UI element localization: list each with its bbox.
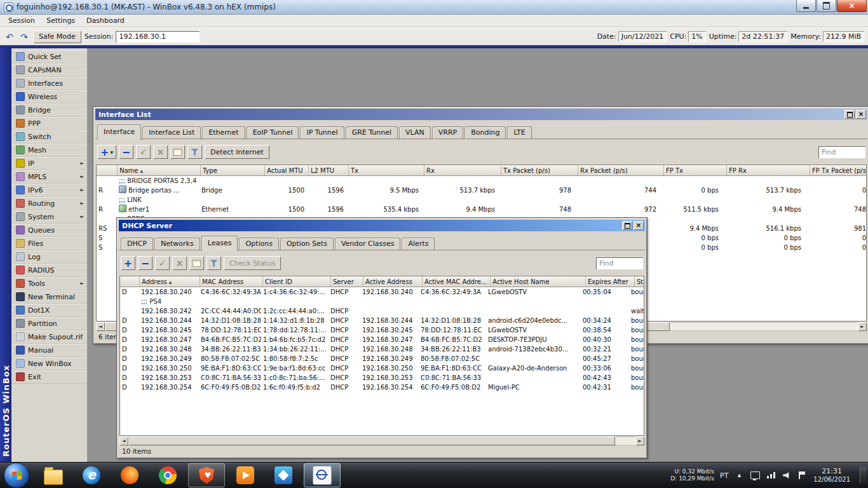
column-flags[interactable] xyxy=(120,276,140,287)
column-status[interactable]: Status xyxy=(635,276,644,287)
tab-ethernet[interactable]: Ethernet xyxy=(202,126,245,139)
start-button[interactable] xyxy=(4,463,29,488)
sidebar-item-manual[interactable]: Manual xyxy=(11,344,87,357)
comment-button[interactable] xyxy=(189,256,204,270)
volume-icon[interactable] xyxy=(782,470,792,480)
tab-dhcp[interactable]: DHCP xyxy=(121,238,153,250)
lease-row[interactable]: D 192.168.30.253 C0:8C:71:BA:56:33 1:c0:… xyxy=(120,373,644,383)
sidebar-item-ppp[interactable]: PPP xyxy=(11,117,87,130)
taskbar-edge-button[interactable] xyxy=(74,464,109,487)
column-type[interactable]: Type xyxy=(201,165,265,175)
filter-button[interactable] xyxy=(207,256,221,270)
tab-networks[interactable]: Networks xyxy=(154,238,200,250)
sidebar-item-quick-set[interactable]: Quick Set xyxy=(11,50,87,64)
sidebar-item-dot1x[interactable]: Dot1X xyxy=(11,304,87,317)
column-server[interactable]: Server xyxy=(331,276,363,287)
column-fp-tx[interactable]: FP Tx xyxy=(664,165,727,175)
comment-button[interactable] xyxy=(170,145,185,159)
sidebar-item-partition[interactable]: Partition xyxy=(11,317,87,330)
tab-alerts[interactable]: Alerts xyxy=(402,238,435,250)
close-icon[interactable]: × xyxy=(634,221,644,230)
tab-lte[interactable]: LTE xyxy=(507,126,531,139)
lease-row[interactable]: D 192.168.30.249 80:58:F8:07:02:5C 1:80:… xyxy=(120,354,644,363)
disable-button[interactable]: × xyxy=(153,145,168,159)
menu-settings[interactable]: Settings xyxy=(41,17,81,25)
scroll-right-icon[interactable]: ► xyxy=(635,437,644,445)
sidebar-item-interfaces[interactable]: Interfaces xyxy=(11,77,87,90)
sidebar-item-mpls[interactable]: MPLS► xyxy=(11,170,87,184)
taskbar-explorer-button[interactable] xyxy=(36,464,71,487)
redo-icon[interactable]: ↷ xyxy=(18,31,30,43)
sidebar-item-ipv6[interactable]: IPv6► xyxy=(11,184,87,197)
lease-row[interactable]: D 192.168.30.248 34:BB:26:22:11:B3 1:34:… xyxy=(120,344,644,354)
add-button[interactable]: +▼ xyxy=(97,145,116,159)
session-field[interactable]: 192.168.30.1 xyxy=(116,31,200,43)
display-icon[interactable] xyxy=(750,470,760,480)
language-indicator[interactable]: PT xyxy=(720,471,728,480)
close-button[interactable]: × xyxy=(837,0,867,12)
menu-dashboard[interactable]: Dashboard xyxy=(81,17,130,25)
lease-row[interactable]: D 192.168.30.250 9E:BA:F1:8D:63:CC 1:9e:… xyxy=(120,363,644,373)
safe-mode-button[interactable]: Safe Mode xyxy=(33,30,81,43)
sidebar-item-switch[interactable]: Switch xyxy=(11,130,87,144)
tab-interface[interactable]: Interface xyxy=(97,125,141,140)
sidebar-item-routing[interactable]: Routing► xyxy=(11,197,87,210)
lease-row[interactable]: D 192.168.30.240 C4:36:6C:32:49:3A 1:c4:… xyxy=(120,287,644,297)
column-actual-mtu[interactable]: Actual MTU xyxy=(265,165,309,175)
enable-button[interactable]: ✓ xyxy=(155,256,170,270)
scroll-left-icon[interactable]: ◄ xyxy=(96,322,105,331)
sidebar-item-bridge[interactable]: Bridge xyxy=(11,104,87,117)
filter-button[interactable] xyxy=(187,145,202,159)
tab-bonding[interactable]: Bonding xyxy=(465,126,506,139)
tab-vendor-classes[interactable]: Vendor Classes xyxy=(335,238,401,250)
tab-vrrp[interactable]: VRRP xyxy=(432,126,463,139)
column-address[interactable]: Address▲ xyxy=(140,276,200,287)
scroll-left-icon[interactable]: ◄ xyxy=(119,437,128,445)
taskbar-media-player-button[interactable] xyxy=(227,464,263,487)
column-tx[interactable]: Tx xyxy=(349,165,424,175)
sidebar-item-exit[interactable]: Exit xyxy=(11,370,87,384)
maximize-button[interactable] xyxy=(817,0,836,12)
hidden-icons-button[interactable]: ▲ xyxy=(734,470,744,480)
remove-button[interactable]: − xyxy=(119,145,133,159)
restore-icon[interactable] xyxy=(844,110,855,119)
sidebar-item-queues[interactable]: Queues xyxy=(11,224,87,237)
menu-session[interactable]: Session xyxy=(3,17,41,25)
interface-row[interactable]: R Bridge portas ... Bridge 1500 1596 9.5… xyxy=(97,186,866,195)
interface-list-titlebar[interactable]: Interface List × xyxy=(95,109,867,120)
taskbar-chrome-button[interactable] xyxy=(150,464,186,487)
minimize-button[interactable] xyxy=(796,0,816,12)
taskbar-photos-button[interactable] xyxy=(266,464,301,487)
sidebar-item-new-terminal[interactable]: New Terminal xyxy=(11,290,87,304)
lease-row[interactable]: D 192.168.30.244 14:32:D1:08:1B:28 1:14:… xyxy=(120,316,644,325)
tab-option-sets[interactable]: Option Sets xyxy=(280,238,334,250)
action-center-flag-icon[interactable] xyxy=(797,470,808,480)
sidebar-item-files[interactable]: Files xyxy=(11,237,87,250)
column-flags[interactable] xyxy=(97,165,118,175)
lease-row[interactable]: D 192.168.30.245 78:DD:12:78:11:EC 1:78:… xyxy=(120,325,644,335)
sidebar-item-tools[interactable]: Tools► xyxy=(11,277,87,290)
column-active-mac[interactable]: Active MAC Addre... xyxy=(423,276,491,287)
add-button[interactable]: + xyxy=(121,256,135,270)
lease-row[interactable]: ;;; PS4 xyxy=(120,297,644,306)
column-active-host-name[interactable]: Active Host Name xyxy=(491,276,586,287)
tab-options[interactable]: Options xyxy=(239,238,278,250)
taskbar-clock[interactable]: 21:31 12/06/2021 xyxy=(813,467,850,484)
undo-icon[interactable]: ↶ xyxy=(4,31,15,43)
detect-internet-button[interactable]: Detect Internet xyxy=(205,145,269,159)
column-fp-tx-packet[interactable]: FP Tx Packet (p/s) xyxy=(810,165,867,175)
tab-ip-tunnel[interactable]: IP Tunnel xyxy=(300,126,344,139)
sidebar-item-radius[interactable]: RADIUS xyxy=(11,264,87,277)
sidebar-item-ip[interactable]: IP► xyxy=(11,157,87,170)
scroll-thumb[interactable] xyxy=(128,437,615,445)
column-rx[interactable]: Rx xyxy=(424,165,501,175)
restore-icon[interactable] xyxy=(622,221,632,230)
dhcp-titlebar[interactable]: DHCP Server × xyxy=(119,220,645,231)
column-active-address[interactable]: Active Address xyxy=(363,276,423,287)
column-tx-packet[interactable]: Tx Packet (p/s) xyxy=(501,165,578,175)
sidebar-item-wireless[interactable]: Wireless xyxy=(11,90,87,104)
column-expires-after[interactable]: Expires After xyxy=(586,276,635,287)
interface-row[interactable]: ;;; LINK xyxy=(97,195,866,205)
sidebar-item-new-winbox[interactable]: New WinBox xyxy=(11,357,87,370)
remove-button[interactable]: − xyxy=(138,256,153,270)
